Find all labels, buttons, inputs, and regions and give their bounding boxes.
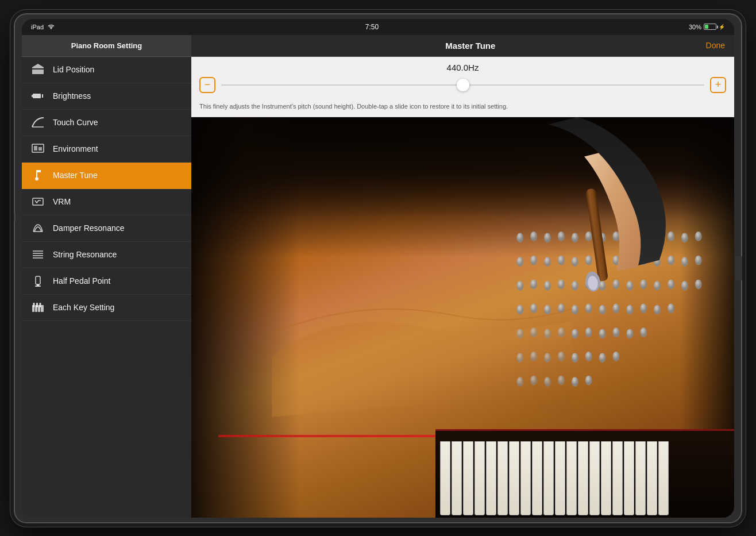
side-button[interactable] bbox=[13, 213, 16, 221]
master-tune-label: Master Tune bbox=[53, 171, 98, 180]
white-key bbox=[635, 441, 646, 515]
home-button[interactable] bbox=[735, 256, 743, 280]
wifi-icon bbox=[47, 24, 55, 30]
white-key bbox=[532, 441, 542, 515]
app-container: Piano Room Setting Lid Position bbox=[22, 35, 734, 518]
svg-rect-1 bbox=[32, 95, 33, 97]
slider-track bbox=[221, 84, 704, 86]
main-content: Master Tune Done 440.0Hz − + bbox=[191, 35, 734, 518]
brightness-icon bbox=[31, 89, 45, 103]
sidebar-item-vrm[interactable]: VRM bbox=[22, 189, 191, 215]
svg-rect-127 bbox=[585, 188, 608, 282]
piano-keys-container bbox=[440, 431, 669, 517]
environment-label: Environment bbox=[53, 144, 98, 153]
slider-row: − + bbox=[199, 77, 726, 93]
lid-position-icon bbox=[31, 63, 45, 76]
charging-icon: ⚡ bbox=[719, 24, 725, 30]
main-title: Master Tune bbox=[235, 41, 706, 51]
svg-rect-0 bbox=[33, 94, 41, 98]
svg-rect-5 bbox=[38, 147, 42, 151]
each-key-setting-icon bbox=[31, 300, 45, 314]
tune-area: 440.0Hz − + bbox=[191, 57, 734, 99]
top-bar: Master Tune Done bbox=[191, 35, 734, 57]
plus-button[interactable]: + bbox=[710, 77, 726, 93]
ipad-frame: iPad 7:50 30% ⚡ Piano Room Setting bbox=[10, 10, 746, 527]
svg-rect-20 bbox=[36, 303, 38, 307]
battery-fill bbox=[705, 25, 708, 29]
sidebar-header: Piano Room Setting bbox=[22, 35, 191, 57]
svg-rect-12 bbox=[36, 276, 40, 284]
string-resonance-icon bbox=[31, 248, 45, 261]
string-resonance-label: String Resonance bbox=[53, 250, 117, 259]
white-key bbox=[624, 441, 634, 515]
ipad-screen: iPad 7:50 30% ⚡ Piano Room Setting bbox=[22, 19, 734, 518]
white-key bbox=[520, 441, 531, 515]
piano-keys bbox=[435, 429, 734, 517]
piano-image-area bbox=[191, 117, 734, 518]
sidebar: Piano Room Setting Lid Position bbox=[22, 35, 191, 518]
touch-curve-label: Touch Curve bbox=[53, 118, 98, 127]
device-name-label: iPad bbox=[31, 24, 44, 30]
white-key bbox=[578, 441, 588, 515]
svg-rect-18 bbox=[41, 305, 44, 312]
sidebar-item-brightness[interactable]: Brightness bbox=[22, 83, 191, 110]
touch-curve-icon bbox=[31, 115, 45, 129]
white-key bbox=[555, 441, 565, 515]
slider-container[interactable] bbox=[221, 79, 704, 91]
brightness-label: Brightness bbox=[53, 91, 91, 101]
white-key bbox=[612, 441, 623, 515]
sidebar-item-each-key-setting[interactable]: Each Key Setting bbox=[22, 295, 191, 321]
white-key bbox=[497, 441, 508, 515]
tune-description: This finely adjusts the Instrument's pit… bbox=[191, 99, 734, 117]
svg-point-85 bbox=[640, 327, 647, 337]
vrm-icon bbox=[31, 195, 45, 209]
battery-icon bbox=[704, 24, 716, 30]
battery-percent-label: 30% bbox=[689, 24, 701, 30]
master-tune-icon bbox=[31, 168, 45, 182]
svg-rect-14 bbox=[35, 286, 41, 287]
minus-button[interactable]: − bbox=[199, 77, 215, 93]
white-key bbox=[440, 441, 450, 515]
white-key bbox=[463, 441, 473, 515]
tune-value-label: 440.0Hz bbox=[199, 63, 726, 72]
white-key bbox=[486, 441, 496, 515]
sidebar-item-damper-resonance[interactable]: Damper Resonance bbox=[22, 215, 191, 242]
lid-position-label: Lid Position bbox=[53, 65, 94, 74]
status-bar: iPad 7:50 30% ⚡ bbox=[22, 19, 734, 35]
done-button[interactable]: Done bbox=[706, 41, 725, 50]
white-key bbox=[589, 441, 600, 515]
status-right: 30% ⚡ bbox=[689, 24, 725, 30]
sidebar-item-string-resonance[interactable]: String Resonance bbox=[22, 242, 191, 268]
half-pedal-point-icon bbox=[31, 274, 45, 288]
svg-rect-19 bbox=[33, 303, 35, 307]
damper-resonance-label: Damper Resonance bbox=[53, 223, 125, 233]
half-pedal-point-label: Half Pedal Point bbox=[53, 276, 110, 286]
svg-rect-21 bbox=[40, 303, 41, 307]
sidebar-item-master-tune[interactable]: Master Tune bbox=[22, 163, 191, 189]
vrm-label: VRM bbox=[53, 197, 71, 206]
sidebar-item-touch-curve[interactable]: Touch Curve bbox=[22, 110, 191, 136]
hand-area bbox=[490, 117, 707, 317]
white-key bbox=[647, 441, 657, 515]
sidebar-title: Piano Room Setting bbox=[71, 41, 142, 50]
hand-svg bbox=[490, 117, 707, 317]
svg-point-84 bbox=[627, 329, 634, 339]
status-left: iPad bbox=[31, 24, 55, 30]
white-key bbox=[543, 441, 554, 515]
damper-resonance-icon bbox=[31, 221, 45, 235]
slider-thumb[interactable] bbox=[457, 79, 469, 91]
each-key-setting-label: Each Key Setting bbox=[53, 303, 114, 312]
sidebar-item-half-pedal-point[interactable]: Half Pedal Point bbox=[22, 268, 191, 295]
white-key bbox=[452, 441, 462, 515]
svg-rect-4 bbox=[34, 146, 37, 151]
white-key bbox=[475, 441, 485, 515]
white-key bbox=[509, 441, 519, 515]
sidebar-item-lid-position[interactable]: Lid Position bbox=[22, 57, 191, 83]
environment-icon bbox=[31, 142, 45, 156]
status-time: 7:50 bbox=[365, 23, 379, 31]
white-key bbox=[601, 441, 611, 515]
white-key bbox=[566, 441, 577, 515]
white-key bbox=[658, 441, 669, 515]
sidebar-item-environment[interactable]: Environment bbox=[22, 136, 191, 163]
piano-background bbox=[191, 117, 734, 518]
